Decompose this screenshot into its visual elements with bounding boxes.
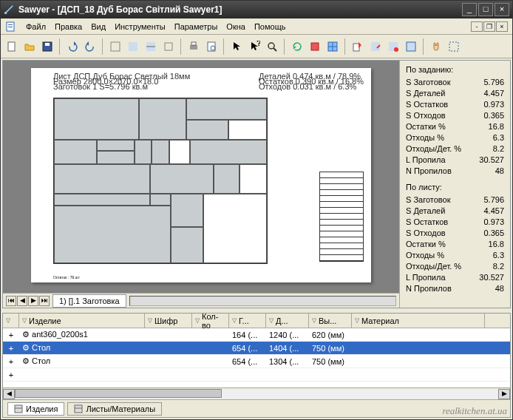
scroll-left-button[interactable]: ◀ (3, 389, 15, 399)
svg-rect-6 (45, 43, 50, 46)
table-h-scrollbar[interactable]: ◀ ▶ (3, 387, 510, 399)
scroll-thumb[interactable] (15, 389, 222, 398)
refresh-button[interactable] (289, 38, 305, 55)
menu-help[interactable]: Помощь (254, 22, 286, 31)
maximize-button[interactable]: □ (478, 3, 493, 16)
tab-last-button[interactable]: ⏭ (39, 296, 50, 306)
tab-prev-button[interactable]: ◀ (17, 296, 27, 306)
canvas-h-scrollbar[interactable] (129, 296, 396, 306)
tab-first-button[interactable]: ⏮ (6, 296, 16, 306)
minimize-button[interactable]: _ (462, 3, 477, 16)
titlebar: Sawyer - [ДСП_18 Дуб Борас Світлий Sawye… (1, 1, 512, 18)
col-header[interactable]: ▽Г... (229, 314, 266, 328)
table-row[interactable]: +⚙ Стол654 (...1404 (...750 (мм) (3, 342, 510, 355)
zoom-button[interactable] (264, 38, 280, 55)
menu-tools[interactable]: Инструменты (115, 22, 166, 31)
col-header[interactable]: ▽Кол-во (192, 314, 229, 328)
svg-rect-2 (8, 24, 13, 25)
col-header[interactable]: ▽Вы... (309, 314, 352, 328)
export-4[interactable] (403, 38, 419, 55)
export-1[interactable] (350, 38, 366, 55)
svg-rect-12 (190, 45, 197, 50)
col-header[interactable]: ▽Материал (352, 314, 485, 328)
svg-rect-19 (311, 43, 319, 50)
col-header[interactable]: ▽ (3, 314, 19, 328)
tool-1[interactable] (107, 38, 123, 55)
export-2[interactable] (367, 38, 384, 55)
cutting-layout (53, 98, 268, 264)
preview-button[interactable] (203, 38, 220, 55)
top-pane: Лист ДСП Дуб Борас Светлый 18ммРазмер 28… (2, 60, 511, 308)
stats-row: L Пропила30.527 (406, 272, 504, 283)
svg-rect-7 (111, 42, 120, 51)
svg-rect-4 (8, 42, 15, 51)
svg-rect-8 (129, 42, 137, 51)
open-button[interactable] (21, 38, 38, 55)
stats-row: Остатки %16.8 (406, 239, 504, 250)
col-header[interactable]: ▽Д... (266, 314, 309, 328)
stats-row: S Заготовок5.796 (406, 77, 504, 88)
table-row[interactable]: +⚙ ant360_0200s1164 (...1240 (...620 (мм… (3, 328, 510, 342)
menu-edit[interactable]: Правка (55, 22, 82, 31)
stats-row: Отходы %6.3 (406, 132, 504, 143)
config-button[interactable] (307, 38, 323, 55)
scroll-right-button[interactable]: ▶ (498, 389, 510, 399)
window-title: Sawyer - [ДСП_18 Дуб Борас Світлий Sawye… (18, 4, 462, 15)
new-button[interactable] (4, 38, 20, 55)
svg-rect-23 (353, 44, 359, 51)
svg-rect-27 (407, 42, 415, 51)
tab-next-button[interactable]: ▶ (28, 296, 38, 306)
doc-icon (5, 21, 17, 33)
svg-point-0 (4, 12, 7, 15)
stats-task-header: По заданию: (406, 65, 504, 74)
canvas-tab[interactable]: 1) [].1 Заготовка (52, 294, 126, 308)
svg-rect-29 (15, 405, 22, 413)
stats-row: Остатки %16.8 (406, 121, 504, 132)
mdi-restore-button[interactable]: ❐ (483, 21, 495, 32)
save-button[interactable] (39, 38, 55, 55)
mdi-close-button[interactable]: × (496, 21, 508, 32)
paper-header: Лист ДСП Дуб Борас Светлый 18ммРазмер 28… (53, 74, 364, 89)
main-area: Лист ДСП Дуб Борас Светлый 18ммРазмер 28… (1, 58, 512, 419)
col-header[interactable]: ▽Шифр (145, 314, 192, 328)
table-row[interactable]: +⚙ Стол654 (...1304 (...750 (мм) (3, 355, 510, 368)
svg-rect-13 (191, 42, 196, 45)
cutting-sheet: Лист ДСП Дуб Борас Светлый 18ммРазмер 28… (31, 68, 371, 282)
canvas[interactable]: Лист ДСП Дуб Борас Светлый 18ммРазмер 28… (3, 61, 399, 293)
print-button[interactable] (186, 38, 202, 55)
stats-row: S Остатков0.973 (406, 99, 504, 110)
undo-button[interactable] (64, 38, 81, 55)
grid-button[interactable] (325, 38, 341, 55)
menu-file[interactable]: Файл (26, 22, 46, 31)
app-window: Sawyer - [ДСП_18 Дуб Борас Світлий Sawye… (0, 0, 513, 420)
col-header[interactable]: ▽Изделие (19, 314, 145, 328)
stats-panel: По заданию: S Заготовок5.796S Деталей4.4… (399, 61, 510, 308)
svg-point-26 (394, 47, 398, 52)
pointer-button[interactable] (228, 38, 245, 55)
help-button[interactable]: ? (246, 38, 262, 55)
stats-row: Отходы %6.3 (406, 250, 504, 261)
export-3[interactable] (385, 38, 401, 55)
bottom-tab[interactable]: Листы/Материалы (67, 402, 162, 416)
tool-4[interactable] (160, 38, 177, 55)
svg-rect-28 (449, 42, 458, 51)
mdi-minimize-button[interactable]: - (471, 21, 483, 32)
svg-rect-31 (75, 405, 82, 413)
stats-row: Отходы/Дет. %8.2 (406, 143, 504, 155)
hand-button[interactable] (428, 38, 444, 55)
select-button[interactable] (446, 38, 462, 55)
menu-params[interactable]: Параметры (174, 22, 218, 31)
menu-view[interactable]: Вид (91, 22, 106, 31)
tool-3[interactable] (143, 38, 159, 55)
table-row-add[interactable]: + (3, 368, 510, 382)
stats-row: S Остатков0.973 (406, 217, 504, 228)
svg-point-17 (268, 43, 274, 49)
table-body: +⚙ ant360_0200s1164 (...1240 (...620 (мм… (3, 328, 510, 387)
stats-row: S Отходов0.365 (406, 110, 504, 121)
menu-windows[interactable]: Окна (226, 22, 245, 31)
stats-row: S Заготовок5.796 (406, 194, 504, 206)
close-button[interactable]: × (495, 3, 509, 16)
tool-2[interactable] (125, 38, 141, 55)
redo-button[interactable] (82, 38, 98, 55)
bottom-tab[interactable]: Изделия (7, 402, 64, 416)
